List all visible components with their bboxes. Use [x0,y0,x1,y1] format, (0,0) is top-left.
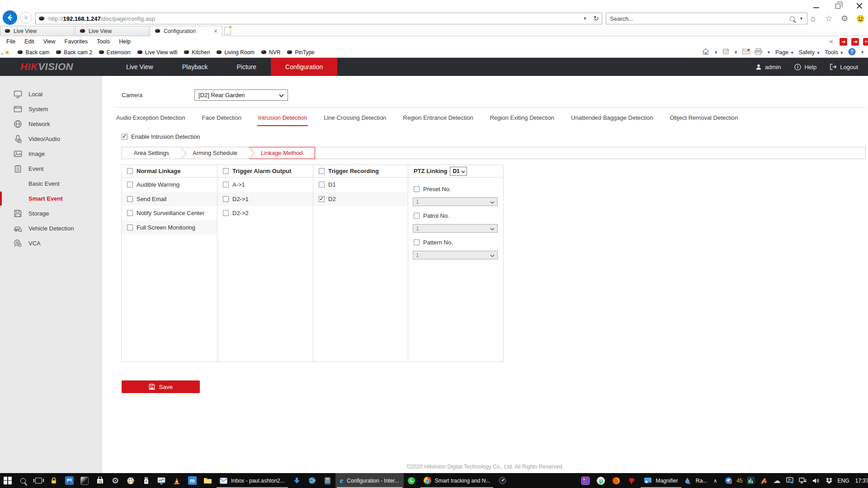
restore-button[interactable] [833,2,843,10]
logout-button[interactable]: Logout [830,64,858,70]
full-screen-monitoring-checkbox[interactable] [127,225,133,230]
settings-app-icon[interactable]: ⚙ [108,473,123,488]
url-dropdown-icon[interactable]: ▼ [583,16,587,21]
tab-unattended-baggage-detection[interactable]: Unattended Baggage Detection [570,113,654,126]
browser-globe-icon[interactable] [305,473,320,488]
whatsapp-icon[interactable] [404,473,419,488]
sidebar-item-network[interactable]: Network [0,117,102,131]
taskbar-search-icon[interactable] [15,473,31,488]
save-button[interactable]: Save [122,380,200,393]
feeds-icon[interactable] [722,48,729,56]
tab-close-icon[interactable]: ✕ [207,28,218,34]
normal-linkage-header-checkbox[interactable] [127,168,133,174]
snip-app-icon[interactable] [77,473,92,488]
sidebar-item-vehicle-detection[interactable]: Vehicle Detection [0,221,102,236]
extension-icon[interactable]: ➜ [840,38,847,46]
alarm-output-d2-2-checkbox[interactable] [223,210,229,216]
usb-device-icon[interactable] [138,473,154,488]
ruby-app-icon[interactable] [624,473,639,488]
task-view-icon[interactable] [31,473,46,488]
taskbar-app-smart-tracking[interactable]: Smart tracking and N... [419,473,495,488]
audio-levels-tray-icon[interactable] [745,473,755,488]
menu-favorites[interactable]: Favorites [60,38,92,45]
start-button[interactable] [0,473,15,488]
sidebar-item-storage[interactable]: Storage [0,206,102,221]
vlc-app-icon[interactable] [169,473,184,488]
menu-edit[interactable]: Edit [20,38,39,45]
tab-region-entrance-detection[interactable]: Region Entrance Detection [402,113,474,126]
volume-tray-icon[interactable] [811,473,821,488]
enable-intrusion-checkbox[interactable] [122,134,127,140]
safety-menu[interactable]: Safety ▼ [799,49,821,56]
performance-monitor-icon[interactable] [154,473,169,488]
browser-tab-live-view-1[interactable]: Live View [0,26,74,36]
url-field[interactable]: http://192.168.1.247/doc/page/config.asp… [35,13,602,24]
home-icon[interactable]: ⌂ [808,14,818,23]
store-app-icon[interactable] [92,473,108,488]
sidebar-item-system[interactable]: System [0,102,102,117]
game-app-icon[interactable] [578,473,593,488]
close-button[interactable] [854,2,864,10]
pattern-no-checkbox[interactable] [414,239,420,245]
maxthon-app-icon[interactable]: m [184,473,200,488]
calculator-app-icon[interactable] [320,473,335,488]
taskbar-app-inbox[interactable]: Inbox - paul.ashton2... [215,473,289,488]
page-menu[interactable]: Page ▼ [775,49,794,56]
audible-warning-checkbox[interactable] [127,182,133,188]
print-icon[interactable] [755,48,762,56]
menu-help[interactable]: Help [114,38,135,45]
recording-d1-checkbox[interactable] [319,182,325,188]
downloads-app-icon[interactable] [289,473,305,488]
pattern-no-select[interactable]: 1 [413,251,498,259]
screenshare-tray-icon[interactable] [785,473,795,488]
patrol-no-select[interactable]: 1 [413,224,498,233]
favorite-kitchen[interactable]: Kitchen [180,49,213,56]
add-favorite-star-icon[interactable]: ★ [0,48,14,56]
photos-app-icon[interactable] [61,473,77,488]
back-button[interactable] [3,10,17,25]
search-input[interactable]: Search... ▼ [606,13,807,24]
lock-app-icon[interactable] [46,473,61,488]
alarm-output-a1-checkbox[interactable] [223,182,229,188]
new-tab-button[interactable] [224,27,231,35]
favorite-live-view-wifi[interactable]: Live View wifi [134,49,181,56]
patrol-no-checkbox[interactable] [414,213,420,219]
thunderbird-tray-icon[interactable] [723,473,733,488]
favorite-pintype[interactable]: PinType [283,49,317,56]
nav-playback[interactable]: Playback [168,58,222,76]
sidebar-item-video-audio[interactable]: Video/Audio [0,131,102,146]
sidebar-item-local[interactable]: Local [0,87,102,102]
nav-picture[interactable]: Picture [222,58,271,76]
extension-icon[interactable]: ⇥ [851,38,859,46]
file-explorer-icon[interactable] [200,473,215,488]
recording-d2-checkbox[interactable] [319,196,325,202]
tab-intrusion-detection[interactable]: Intrusion Detection [257,113,308,126]
firefox-icon[interactable] [609,473,624,488]
rainmeter-icon[interactable] [683,473,693,488]
refresh-icon[interactable]: ↻ [593,14,599,23]
favorite-nvr[interactable]: NVR [258,49,283,56]
network-tray-icon[interactable] [798,473,808,488]
favorite-extension[interactable]: Extension [95,49,134,56]
send-email-checkbox[interactable] [127,196,133,202]
help-icon[interactable]: ? [848,48,856,57]
read-mail-icon[interactable] [742,49,750,56]
ccleaner-tray-icon[interactable]: C [759,473,769,488]
browser-tab-live-view-2[interactable]: Live View [75,26,149,36]
menu-file[interactable]: File [2,38,20,45]
tab-line-crossing-detection[interactable]: Line Crossing Detection [323,113,387,126]
print-dropdown-icon[interactable]: ▼ [767,50,771,55]
nav-configuration[interactable]: Configuration [271,58,337,76]
ptz-channel-select[interactable]: D1 [450,167,467,176]
sidebar-item-vca[interactable]: VCA [0,236,102,251]
sidebar-item-smart-event[interactable]: Smart Event [0,191,102,206]
notify-surveillance-center-checkbox[interactable] [127,210,133,216]
subtab-arming-schedule[interactable]: Arming Schedule [181,147,249,159]
taskbar-app-configuration[interactable]: e Configuration - Inter... [335,473,404,488]
tab-region-exiting-detection[interactable]: Region Exiting Detection [489,113,555,126]
extension-icon[interactable]: ✂ [863,38,868,46]
alarm-output-d2-1-checkbox[interactable] [223,196,229,202]
nav-live-view[interactable]: Live View [112,58,168,76]
subtab-area-settings[interactable]: Area Settings [122,147,181,159]
help-button[interactable]: Help [794,64,816,70]
